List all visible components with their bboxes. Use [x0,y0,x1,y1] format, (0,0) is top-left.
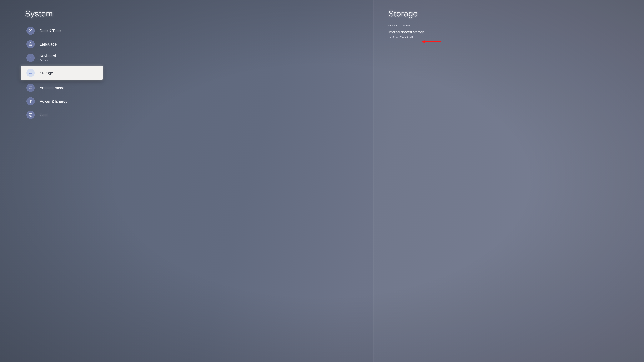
menu-item-cast[interactable]: Cast [0,108,374,122]
svg-point-4 [29,73,30,73]
menu-item-language[interactable]: Language [0,37,374,51]
globe-icon [26,40,35,48]
menu-sublabel: Gboard [40,59,56,62]
internal-storage-title: Internal shared storage [388,30,644,34]
clock-icon [26,26,35,35]
menu-item-storage[interactable]: Storage [20,65,103,80]
menu-label: Storage [40,71,53,75]
svg-rect-6 [29,87,32,89]
svg-point-5 [29,73,30,74]
menu-item-date-time[interactable]: Date & Time [0,24,374,37]
svg-rect-2 [29,57,32,59]
storage-icon [26,69,35,77]
menu-label: Language [40,42,57,46]
internal-shared-storage-item[interactable]: Internal shared storage Total space: 11 … [388,30,644,38]
internal-storage-subtitle: Total space: 11 GB [388,35,644,38]
section-header-device-storage: DEVICE STORAGE [388,24,644,26]
annotation-arrow-icon [422,39,442,45]
storage-detail-pane: Storage DEVICE STORAGE Internal shared s… [374,0,644,362]
menu-label: Date & Time [40,28,61,33]
system-menu: Date & Time Language Keyboard Gboard [0,24,374,122]
menu-label: Cast [40,113,48,117]
menu-item-power-energy[interactable]: Power & Energy [0,95,374,108]
system-settings-pane: System Date & Time Language [0,0,374,362]
cast-icon [26,111,35,119]
menu-label: Ambient mode [40,86,64,90]
menu-item-ambient-mode[interactable]: Ambient mode [0,81,374,95]
menu-item-keyboard[interactable]: Keyboard Gboard [0,51,374,65]
keyboard-icon [26,54,35,62]
page-title: System [25,9,374,18]
svg-marker-8 [422,40,425,43]
menu-label: Keyboard [40,54,56,58]
detail-page-title: Storage [388,9,644,18]
menu-label: Power & Energy [40,99,67,104]
ambient-icon [26,84,35,92]
svg-point-3 [29,72,30,72]
lightbulb-icon [26,97,35,105]
